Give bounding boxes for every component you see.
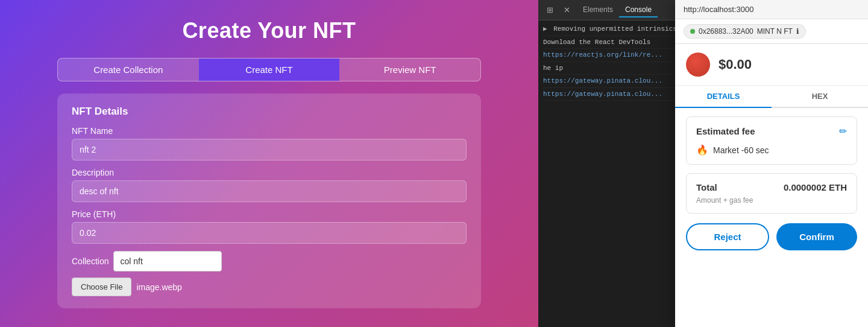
- collection-input[interactable]: [113, 251, 222, 271]
- mm-fee-label: Market -60 sec: [713, 145, 769, 155]
- mm-account-dot: [690, 29, 695, 34]
- mm-edit-icon[interactable]: ✏: [839, 125, 847, 137]
- tab-create-nft[interactable]: Create NFT: [199, 59, 340, 81]
- mm-speed-time: -60 sec: [741, 145, 769, 155]
- price-input[interactable]: [72, 222, 467, 244]
- tabs-container: Create Collection Create NFT Preview NFT: [57, 58, 481, 81]
- mm-body: Estimated fee ✏ 🔥 Market -60 sec Total 0…: [675, 108, 868, 327]
- mm-reject-button[interactable]: Reject: [686, 223, 769, 250]
- form-section-title: NFT Details: [72, 106, 467, 118]
- description-label: Description: [72, 168, 467, 177]
- file-name-display: image.webp: [136, 282, 182, 292]
- mm-fire-icon: 🔥: [696, 144, 708, 156]
- description-input[interactable]: [72, 180, 467, 202]
- mm-fee-title: Estimated fee: [696, 126, 755, 136]
- page-title: Create Your NFT: [57, 18, 481, 43]
- mm-coin-icon: [686, 52, 710, 77]
- mm-actions: Reject Confirm: [686, 223, 857, 254]
- price-label: Price (ETH): [72, 209, 467, 219]
- price-group: Price (ETH): [72, 209, 467, 244]
- devtools-tabs: Elements Console: [577, 3, 658, 17]
- collection-label: Collection: [72, 256, 108, 266]
- mm-confirm-button[interactable]: Confirm: [776, 223, 857, 250]
- mm-account-address: 0x26883...32A00: [699, 27, 753, 36]
- mm-total-row: Total 0.0000002 ETH: [696, 182, 847, 192]
- console-link[interactable]: https://gateway.pinata.clou...: [543, 77, 662, 84]
- mm-url-bar: http://localhost:3000: [675, 0, 868, 19]
- description-group: Description: [72, 168, 467, 202]
- mm-fee-row: 🔥 Market -60 sec: [696, 144, 847, 156]
- devtools-close-button[interactable]: ✕: [560, 4, 573, 17]
- metamask-overlay: http://localhost:3000 0x26883...32A00 MI…: [675, 0, 868, 327]
- mm-balance-area: $0.00: [675, 44, 868, 86]
- collection-row: Collection: [72, 251, 467, 271]
- mm-account-badge: MINT N FT: [757, 27, 793, 36]
- mm-balance-text: $0.00: [719, 57, 752, 72]
- mm-tabs: DETAILS HEX: [675, 86, 868, 108]
- file-row: Choose File image.webp: [72, 278, 467, 296]
- mm-total-sub: Amount + gas fee: [696, 196, 847, 205]
- mm-total-label: Total: [696, 182, 717, 192]
- mm-total-value: 0.0000002 ETH: [784, 182, 847, 192]
- mm-info-icon: ℹ: [796, 27, 799, 36]
- mm-total-section: Total 0.0000002 ETH Amount + gas fee: [686, 173, 857, 214]
- tab-create-collection[interactable]: Create Collection: [58, 59, 199, 81]
- mm-speed-label: Market: [713, 145, 739, 155]
- mm-account-bar: 0x26883...32A00 MINT N FT ℹ: [675, 19, 868, 44]
- console-link[interactable]: https://gateway.pinata.clou...: [543, 90, 662, 98]
- nft-name-input[interactable]: [72, 139, 467, 160]
- devtools-tab-elements[interactable]: Elements: [577, 3, 619, 17]
- mm-tab-details[interactable]: DETAILS: [675, 86, 772, 108]
- tab-preview-nft[interactable]: Preview NFT: [339, 59, 480, 81]
- app-area: Create Your NFT Create Collection Create…: [0, 0, 538, 327]
- devtools-dock-button[interactable]: ⊞: [543, 4, 556, 17]
- mm-fee-header: Estimated fee ✏: [696, 125, 847, 137]
- mm-tab-hex[interactable]: HEX: [772, 86, 868, 108]
- mm-account-pill[interactable]: 0x26883...32A00 MINT N FT ℹ: [684, 24, 806, 39]
- mm-fee-section: Estimated fee ✏ 🔥 Market -60 sec: [686, 116, 857, 165]
- form-card: NFT Details NFT Name Description Price (…: [57, 94, 481, 308]
- nft-name-group: NFT Name: [72, 126, 467, 160]
- choose-file-button[interactable]: Choose File: [72, 278, 131, 296]
- nft-name-label: NFT Name: [72, 126, 467, 136]
- devtools-tab-console[interactable]: Console: [619, 3, 658, 17]
- console-link[interactable]: https://reactjs.org/link/re...: [543, 51, 662, 59]
